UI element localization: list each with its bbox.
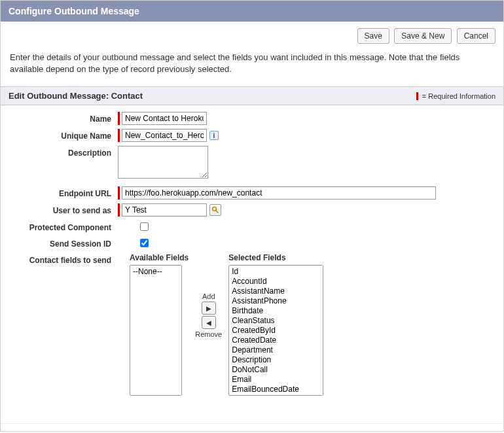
svg-line-1 [216, 211, 219, 213]
row-user-to-send-as: User to send as [10, 203, 494, 217]
required-bar-icon [118, 129, 120, 142]
available-fields-title: Available Fields [130, 253, 189, 262]
required-legend: = Required Information [416, 92, 495, 100]
required-bar-icon [416, 92, 418, 100]
endpoint-url-input[interactable] [122, 186, 436, 199]
svg-point-0 [213, 207, 217, 211]
arrow-right-icon: ▶ [206, 305, 211, 312]
row-name: Name [10, 112, 494, 125]
add-label: Add [202, 292, 215, 300]
label-description: Description [10, 146, 118, 158]
protected-component-checkbox[interactable] [140, 222, 149, 231]
page-container: Configure Outbound Message Save Save & N… [0, 0, 504, 432]
description-textarea[interactable] [118, 146, 208, 179]
row-send-session-id: Send Session ID [10, 237, 494, 249]
row-protected-component: Protected Component [10, 220, 494, 233]
form-area: Name Unique Name i Description Endpoint … [1, 105, 503, 413]
bottom-divider [1, 423, 503, 431]
user-to-send-as-input[interactable] [122, 203, 207, 217]
label-contact-fields-to-send: Contact fields to send [10, 253, 118, 265]
duel-controls: Add ▶ ◀ Remove [195, 253, 222, 338]
info-icon[interactable]: i [209, 131, 219, 140]
label-user-to-send-as: User to send as [10, 203, 118, 215]
add-button[interactable]: ▶ [202, 302, 216, 315]
cancel-button[interactable]: Cancel [457, 28, 495, 44]
label-unique-name: Unique Name [10, 129, 118, 141]
name-input[interactable] [122, 112, 207, 125]
remove-label: Remove [195, 330, 222, 338]
required-legend-text: = Required Information [422, 92, 495, 100]
arrow-left-icon: ◀ [206, 319, 211, 326]
intro-text: Enter the details of your outbound messa… [1, 48, 503, 86]
row-description: Description [10, 146, 494, 179]
label-endpoint-url: Endpoint URL [10, 186, 118, 198]
row-unique-name: Unique Name i [10, 129, 494, 142]
section-header-title: Edit Outbound Message: Contact [9, 91, 143, 101]
remove-button[interactable]: ◀ [202, 316, 216, 329]
row-contact-fields-to-send: Contact fields to send Available Fields … [10, 253, 494, 396]
label-send-session-id: Send Session ID [10, 237, 118, 249]
selected-fields-title: Selected Fields [228, 253, 323, 262]
save-and-new-button[interactable]: Save & New [394, 28, 452, 44]
required-bar-icon [118, 186, 120, 199]
label-name: Name [10, 112, 118, 124]
required-bar-icon [118, 203, 120, 217]
page-title: Configure Outbound Message [9, 6, 139, 16]
send-session-id-checkbox[interactable] [140, 239, 149, 247]
search-icon [211, 206, 219, 214]
selected-fields-select[interactable]: IdAccountIdAssistantNameAssistantPhoneBi… [228, 265, 323, 396]
unique-name-input[interactable] [122, 129, 207, 142]
label-protected-component: Protected Component [10, 220, 118, 232]
selected-column: Selected Fields IdAccountIdAssistantName… [228, 253, 323, 396]
duelling-picklist: Available Fields --None-- Add ▶ ◀ Remove [130, 253, 323, 396]
available-fields-select[interactable]: --None-- [130, 265, 182, 396]
section-header: Edit Outbound Message: Contact = Require… [1, 86, 503, 105]
page-title-bar: Configure Outbound Message [1, 1, 503, 22]
top-button-row: Save Save & New Cancel [1, 22, 503, 48]
row-endpoint-url: Endpoint URL [10, 186, 494, 199]
lookup-user-button[interactable] [209, 204, 221, 216]
save-button[interactable]: Save [357, 28, 389, 44]
required-bar-icon [118, 112, 120, 125]
available-column: Available Fields --None-- [130, 253, 189, 396]
